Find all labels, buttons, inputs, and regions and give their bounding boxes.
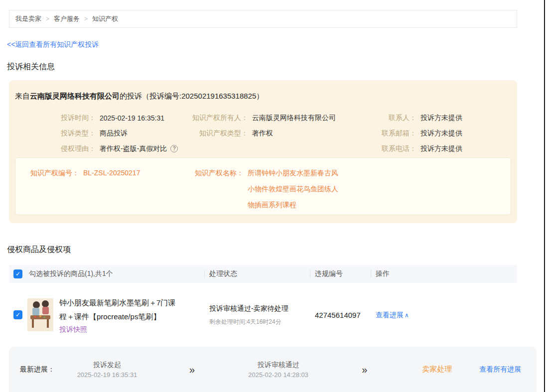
field-contact-email: 联系邮箱： 投诉方未提供 [374, 126, 511, 141]
field-complaint-time: 投诉时间： 2025-02-19 16:35:31 [15, 110, 184, 126]
step-name: 投诉审核通过 [242, 361, 314, 370]
collapse-caret-icon: ∧ [405, 312, 409, 319]
header-violation-number: 违规编号 [310, 265, 371, 283]
row-checkbox[interactable]: ✓ [13, 310, 22, 319]
action-cell: 查看进展∧ [371, 310, 517, 320]
select-all-checkbox[interactable]: ✓ [13, 269, 22, 278]
view-all-progress-link[interactable]: 查看所有进展 [479, 365, 521, 374]
back-to-all-complaints-link[interactable]: <<返回查看所有知识产权投诉 [7, 40, 99, 49]
product-image[interactable] [27, 298, 53, 331]
field-infringement-reason: 侵权理由： 著作权-盗版-真假对比 ? [15, 141, 184, 156]
table-row: ✓ [9, 283, 517, 347]
ip-name: 知识产权名称： 所谓钟钟小朋友水墨新春古风小物件敦煌壁画花鸟鱼团练人物插画系列课… [195, 165, 341, 215]
product-title: 钟小朋友最新笔刷水墨笔刷＋7门课程＋课件【procreate/ps笔刷】 [59, 298, 175, 321]
double-chevron-icon: » [189, 365, 195, 375]
breadcrumb-separator-icon: > [84, 15, 88, 22]
breadcrumb-item-seller[interactable]: 我是卖家 [15, 14, 41, 23]
complaint-info-panel: 来自云南版灵网络科技有限公司的投诉（投诉编号:20250219163531882… [9, 80, 517, 223]
violation-number: 42745614097 [315, 311, 361, 319]
select-all-label: 勾选被投诉的商品(1),共1个 [29, 269, 113, 278]
double-chevron-icon: » [362, 365, 367, 375]
breadcrumb-separator-icon: > [46, 15, 49, 22]
progress-step-initiated: 投诉发起 2025-02-19 16:35:31 [72, 361, 142, 379]
view-progress-link[interactable]: 查看进展∧ [376, 311, 409, 319]
complaint-info-title: 投诉相关信息 [7, 61, 547, 72]
breadcrumb-item-ip[interactable]: 知识产权 [92, 14, 118, 23]
complaint-from-prefix: 来自 [15, 92, 30, 100]
field-contact-phone: 联系电话： 投诉方未提供 [374, 141, 511, 156]
check-icon: ✓ [15, 311, 20, 318]
ip-complaint-page: 我是卖家 > 客户服务 > 知识产权 <<返回查看所有知识产权投诉 投诉相关信息… [0, 0, 547, 392]
breadcrumb-item-customer-service[interactable]: 客户服务 [54, 14, 80, 23]
latest-progress-band: 最新进展： 投诉发起 2025-02-19 16:35:31 » 投诉审核通过 … [9, 347, 537, 392]
ip-code: 知识产权编号： BL-ZSL-20250217 [30, 165, 195, 215]
header-action: 操作 [371, 265, 517, 283]
field-ip-owner: 知识产权所有人： 云南版灵网络科技有限公司 [184, 110, 374, 126]
ip-detail-box: 知识产权编号： BL-ZSL-20250217 知识产权名称： 所谓钟钟小朋友水… [15, 157, 511, 215]
infringing-goods-title: 侵权商品及侵权项 [7, 244, 547, 255]
latest-progress-label: 最新进展： [20, 365, 55, 374]
complaint-snapshot-link[interactable]: 投诉快照 [59, 325, 87, 334]
breadcrumb: 我是卖家 > 客户服务 > 知识产权 [9, 10, 517, 28]
check-icon: ✓ [15, 270, 20, 277]
step-time: 2025-02-19 16:35:31 [72, 371, 142, 379]
complainant-company: 云南版灵网络科技有限公司 [30, 92, 120, 100]
fields-column-3: 联系人： 投诉方未提供 联系邮箱： 投诉方未提供 联系电话： 投诉方未提供 [374, 110, 511, 156]
violation-number-cell: 42745614097 [310, 311, 371, 319]
table-header: ✓ 勾选被投诉的商品(1),共1个 处理状态 违规编号 操作 [9, 265, 517, 283]
step-time: 2025-02-20 14:28:03 [242, 371, 314, 379]
complaint-headline: 来自云南版灵网络科技有限公司的投诉（投诉编号:20250219163531882… [15, 91, 511, 101]
progress-step-approved: 投诉审核通过 2025-02-20 14:28:03 [242, 361, 314, 379]
remaining-time: 剩余处理时间:4天16时24分 [209, 318, 310, 326]
header-status: 处理状态 [204, 265, 310, 283]
help-icon[interactable]: ? [170, 145, 178, 152]
status-text: 投诉审核通过-卖家待处理 [209, 303, 310, 313]
step-name: 投诉发起 [72, 361, 142, 370]
fields-column-2: 知识产权所有人： 云南版灵网络科技有限公司 知识产权类型： 著作权 [184, 110, 374, 156]
progress-current-step: 卖家处理 [422, 365, 452, 374]
product-cell: ✓ [9, 296, 204, 334]
status-cell: 投诉审核通过-卖家待处理 剩余处理时间:4天16时24分 [204, 303, 310, 326]
infringing-goods-table: ✓ 勾选被投诉的商品(1),共1个 处理状态 违规编号 操作 ✓ [9, 265, 517, 347]
header-select-cell: ✓ 勾选被投诉的商品(1),共1个 [9, 269, 204, 278]
field-contact-person: 联系人： 投诉方未提供 [374, 110, 511, 126]
field-ip-type: 知识产权类型： 著作权 [184, 126, 374, 141]
window-frame-border [544, 0, 545, 392]
complaint-fields: 投诉时间： 2025-02-19 16:35:31 投诉类型： 商品投诉 侵权理… [15, 110, 511, 156]
product-info: 钟小朋友最新笔刷水墨笔刷＋7门课程＋课件【procreate/ps笔刷】 投诉快… [59, 296, 178, 334]
complaint-number-text: 的投诉（投诉编号:202502191635318825） [120, 92, 264, 100]
fields-column-1: 投诉时间： 2025-02-19 16:35:31 投诉类型： 商品投诉 侵权理… [15, 110, 184, 156]
field-complaint-type: 投诉类型： 商品投诉 [15, 126, 184, 141]
